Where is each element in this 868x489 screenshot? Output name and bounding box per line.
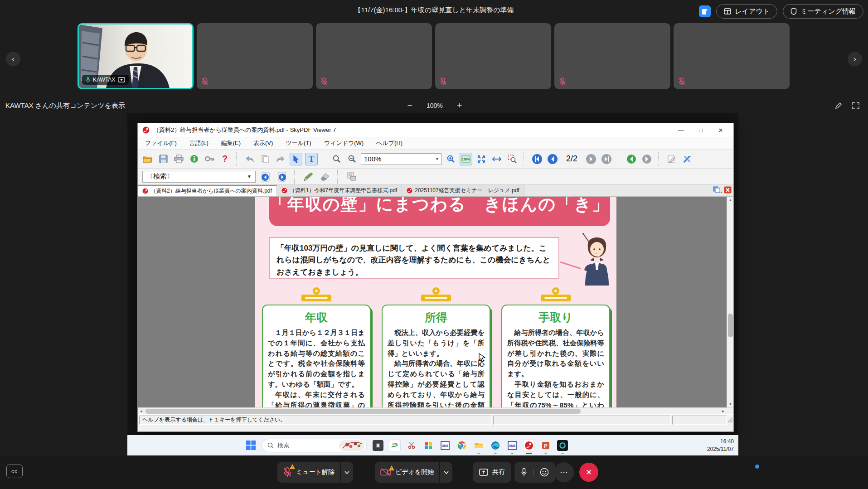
windows-start-icon[interactable] [246, 441, 256, 450]
svg-text:P: P [544, 443, 547, 448]
scroll-down-arrow[interactable]: ▼ [727, 401, 733, 407]
document-info-icon[interactable] [188, 153, 200, 165]
stamp-icon[interactable] [345, 170, 358, 183]
menu-help[interactable]: ヘルプ(H) [376, 139, 402, 147]
video-tile-muted[interactable] [435, 23, 551, 89]
next-page-icon[interactable] [585, 153, 597, 165]
print-icon[interactable] [172, 153, 185, 165]
edit-mode-icon[interactable] [665, 153, 678, 165]
close-button[interactable]: ✕ [711, 123, 731, 137]
previous-page-icon[interactable] [546, 153, 559, 165]
open-file-icon[interactable] [141, 153, 154, 165]
tab-document-1[interactable]: （資料2）給与担当者から従業員への案内資料.pdf [138, 185, 277, 196]
tab-layout-icon[interactable] [713, 186, 722, 194]
zoom-level-combobox[interactable]: 100% ▾ [361, 153, 441, 165]
marquee-zoom-icon[interactable] [506, 153, 519, 165]
taskbar-powerpoint-icon[interactable]: P [540, 440, 551, 451]
settings-tools-icon[interactable] [681, 153, 693, 165]
menu-tools[interactable]: ツール(T) [286, 139, 311, 147]
meeting-info-button[interactable]: ミーティング情報 [783, 4, 863, 19]
tab-document-3[interactable]: 20251107経営支援セミナー レジュメ.pdf [402, 185, 524, 196]
carousel-right-arrow[interactable]: › [848, 52, 862, 66]
first-page-icon[interactable] [531, 153, 543, 165]
video-tile-muted[interactable] [197, 23, 313, 89]
search-previous-icon[interactable] [259, 170, 272, 183]
video-tile-muted[interactable] [674, 23, 790, 89]
video-tile-muted[interactable] [554, 23, 670, 89]
copy-page-icon[interactable] [259, 153, 272, 165]
taskbar-edge-icon[interactable] [490, 440, 501, 451]
more-controls-button[interactable]: ⋯ [0, 486, 858, 489]
video-tile-muted[interactable] [316, 23, 432, 89]
search-next-icon[interactable] [276, 170, 288, 183]
taskbar-skypdf-icon[interactable] [524, 440, 534, 451]
maximize-button[interactable]: □ [691, 123, 711, 137]
taskbar-chrome-icon[interactable] [456, 440, 467, 451]
taskbar-oms-app-icon[interactable]: OMS [440, 440, 451, 451]
participants-button[interactable]: 参加者 [0, 468, 754, 477]
taskbar-snip-app-icon[interactable] [406, 440, 417, 451]
menu-view[interactable]: 表示(V) [253, 139, 273, 147]
help-icon[interactable]: ? [218, 153, 231, 165]
pdf-menu-bar: ファイル(F) 言語(L) 編集(E) 表示(V) ツール(T) ウィンドウ(W… [138, 137, 733, 150]
fullscreen-icon[interactable] [852, 102, 860, 110]
taskbar-search-input[interactable]: 検索 [262, 439, 367, 452]
select-tool-icon[interactable] [290, 153, 302, 165]
video-tile-active[interactable]: KAWTAX [78, 23, 194, 89]
layout-button[interactable]: レイアウト [716, 4, 777, 19]
undo-icon[interactable] [243, 153, 256, 165]
menu-edit[interactable]: 編集(E) [221, 139, 241, 147]
scroll-left-arrow[interactable]: ◄ [138, 408, 145, 415]
zoom-in-button[interactable]: + [455, 101, 465, 111]
taskbar-oms2-app-icon[interactable]: OMS [507, 440, 518, 451]
carousel-left-arrow[interactable]: ‹ [6, 52, 20, 66]
fit-page-icon[interactable] [475, 153, 488, 165]
vertical-scroll-thumb[interactable] [728, 314, 733, 337]
vertical-scrollbar[interactable]: ▲ ▼ [727, 197, 733, 407]
zoom-out-tool-icon[interactable] [345, 153, 358, 165]
chevron-down-icon: ▾ [436, 156, 438, 161]
pdf-title-bar[interactable]: （資料2）給与担当者から従業員への案内資料.pdf - SkyPDF Viewe… [138, 123, 733, 137]
menu-language[interactable]: 言語(L) [189, 139, 209, 147]
pencil-annotation-icon[interactable] [302, 170, 315, 183]
zoom-tool-icon[interactable] [330, 153, 343, 165]
scroll-right-arrow[interactable]: ► [720, 408, 727, 415]
menu-window[interactable]: ウィンドウ(W) [324, 139, 364, 147]
pdf-page-view[interactable]: 「年収の壁」にまつわる きほんの「き」 「年収103万円の壁」の見直しに関して、… [138, 197, 733, 407]
zoom-out-button[interactable]: − [405, 101, 415, 111]
toolbar-separator [618, 152, 620, 166]
taskbar-webex-icon[interactable] [557, 440, 568, 451]
horizontal-scroll-thumb[interactable] [145, 409, 581, 414]
taskbar-file-explorer-icon[interactable] [473, 440, 484, 451]
scroll-up-arrow[interactable]: ▲ [727, 197, 733, 203]
previous-view-icon[interactable] [625, 153, 638, 165]
annotate-pen-icon[interactable] [834, 102, 843, 110]
next-view-icon[interactable] [640, 153, 653, 165]
taskbar-blocks-app-icon[interactable] [423, 440, 434, 451]
ai-companion-icon[interactable] [699, 5, 711, 17]
menu-file[interactable]: ファイル(F) [145, 139, 177, 147]
text-select-tool-icon[interactable]: T [305, 153, 318, 165]
zoom-in-tool-icon[interactable] [444, 153, 457, 165]
save-icon[interactable] [157, 153, 170, 165]
taskbar-widget-icon[interactable] [373, 440, 383, 451]
horizontal-scrollbar[interactable]: ◄ ► [138, 407, 733, 414]
card-nenshu: 年収 １月１日から１２月３１日までの１年間に、会社から支払われる給与等の総支給額… [262, 287, 371, 407]
status-panel [493, 416, 671, 425]
chat-button[interactable]: チャット [0, 477, 814, 486]
fit-width-icon[interactable] [490, 153, 503, 165]
search-input[interactable]: 〈検索〉 ▼ [142, 171, 256, 183]
forward-icon[interactable] [274, 153, 287, 165]
minimize-button[interactable]: — [671, 123, 691, 137]
tab-document-2[interactable]: （資料1）令和7年度年末調整申告書様式.pdf [277, 185, 402, 196]
resize-grip[interactable] [727, 417, 733, 423]
security-key-icon[interactable] [203, 153, 216, 165]
actual-size-icon[interactable]: 100% [460, 153, 472, 165]
close-tab-icon[interactable] [724, 186, 732, 194]
last-page-icon[interactable] [600, 153, 613, 165]
card-tedori: 手取り 給与所得者の場合、年収から所得税や住民税、社会保険料等が差し引かれた後の… [501, 287, 610, 407]
eraser-icon[interactable] [319, 170, 331, 183]
taskbar-clock[interactable]: 16:40 2025/11/07 [707, 438, 734, 453]
taskbar-dw-app-icon[interactable]: DW [389, 440, 400, 451]
share-zoom-level[interactable]: 100% [427, 102, 443, 109]
